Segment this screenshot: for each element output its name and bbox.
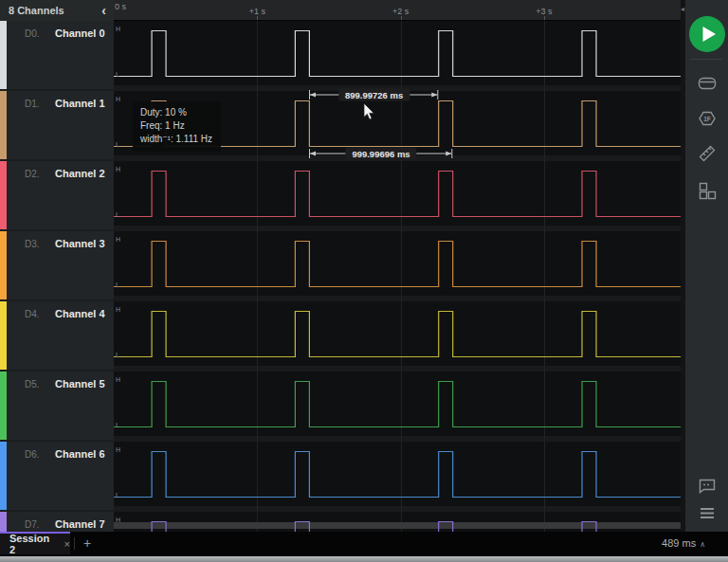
level-high-marker: H xyxy=(116,236,120,243)
timeline-tick xyxy=(544,16,545,20)
channel-id: D1. xyxy=(25,99,40,109)
timeline-tick-label: 0 s xyxy=(115,2,126,11)
level-low-marker: L xyxy=(116,71,119,78)
channel-color-stripe xyxy=(0,91,7,159)
taskbar-edge xyxy=(0,556,728,562)
right-toolbar: 1F xyxy=(685,0,728,532)
channel-id: D0. xyxy=(25,28,40,39)
tooltip-freq: Freq: 1 Hz xyxy=(140,119,212,133)
channel-waveform-0[interactable]: HL xyxy=(114,21,681,91)
channel-waveform-4[interactable]: HL xyxy=(114,301,681,372)
channels-sidebar: 8 Channels ‹ D0.Channel 0D1.Channel 1D2.… xyxy=(0,0,114,532)
channel-color-stripe xyxy=(0,161,7,229)
timeline-tick xyxy=(257,16,258,20)
digital-waveform xyxy=(114,372,681,442)
measurement-period-label: 999.99696 ms xyxy=(345,148,416,160)
channel-color-stripe xyxy=(0,442,7,510)
toolbar-divider xyxy=(691,59,722,60)
level-low-marker: L xyxy=(116,492,119,499)
digital-waveform xyxy=(114,442,681,512)
channel-name[interactable]: Channel 6 xyxy=(55,448,105,460)
session-tab[interactable]: Session 2 × xyxy=(0,532,70,554)
comments-icon[interactable] xyxy=(697,475,718,496)
level-low-marker: L xyxy=(116,422,119,428)
play-capture-button[interactable] xyxy=(689,16,725,52)
channels-count-label: 8 Channels xyxy=(0,5,101,16)
chevron-up-icon: ∧ xyxy=(700,540,705,549)
channel-name[interactable]: Channel 5 xyxy=(55,378,105,390)
close-tab-icon[interactable]: × xyxy=(64,538,70,550)
channel-row-1[interactable]: D1.Channel 1 xyxy=(0,91,114,159)
analyzers-icon[interactable]: 1F xyxy=(697,108,718,129)
channel-name[interactable]: Channel 2 xyxy=(55,168,105,179)
timeline-tick-label: +1 s xyxy=(249,7,265,16)
channel-row-5[interactable]: D5.Channel 5 xyxy=(0,372,114,440)
channel-row-3[interactable]: D3.Channel 3 xyxy=(0,231,114,299)
channel-color-stripe xyxy=(0,231,7,299)
channel-waveform-3[interactable]: HL xyxy=(114,231,681,301)
channel-color-stripe xyxy=(0,372,7,440)
channel-row-6[interactable]: D6.Channel 6 xyxy=(0,442,114,510)
level-low-marker: L xyxy=(116,352,119,358)
level-high-marker: H xyxy=(116,26,120,32)
tooltip-width-inverse: width⁻¹: 1.111 Hz xyxy=(140,133,212,146)
channel-id: D6. xyxy=(25,449,40,460)
channel-id: D2. xyxy=(25,169,40,179)
channel-name[interactable]: Channel 7 xyxy=(55,518,105,530)
device-settings-icon[interactable] xyxy=(697,73,718,94)
measurements-icon[interactable] xyxy=(697,143,718,164)
level-high-marker: H xyxy=(116,376,120,383)
level-high-marker: H xyxy=(116,96,120,102)
channel-name[interactable]: Channel 0 xyxy=(55,27,105,39)
channel-name[interactable]: Channel 3 xyxy=(55,238,105,249)
channel-row-4[interactable]: D4.Channel 4 xyxy=(0,301,114,370)
menu-icon[interactable] xyxy=(697,502,718,523)
channel-row-0[interactable]: D0.Channel 0 xyxy=(0,21,114,89)
channel-id: D5. xyxy=(25,379,40,390)
panel-collapse-arrow-icon[interactable]: ◂ xyxy=(681,6,684,13)
timeline-ruler[interactable]: 0 s+1 s+2 s+3 s xyxy=(114,0,681,21)
channel-color-stripe xyxy=(0,512,7,532)
timeline-tick xyxy=(401,16,402,20)
mouse-cursor-icon xyxy=(363,103,376,121)
level-low-marker: L xyxy=(116,281,119,288)
channel-waveform-2[interactable]: HL xyxy=(114,161,681,231)
session-tab-label: Session 2 xyxy=(0,533,58,555)
measurement-low-time-label: 899.99726 ms xyxy=(338,89,410,101)
logic-analyzer-app: 8 Channels ‹ D0.Channel 0D1.Channel 1D2.… xyxy=(0,0,728,562)
add-session-button[interactable]: + xyxy=(80,533,95,553)
capture-duration-value: 489 ms xyxy=(662,537,696,549)
waveform-area[interactable]: 0 s+1 s+2 s+3 s HLHLHLHLHLHLHLHL 899.997… xyxy=(114,0,681,532)
collapse-sidebar-icon[interactable]: ‹ xyxy=(101,4,114,17)
capture-duration-status[interactable]: 489 ms∧ xyxy=(662,537,705,549)
channel-row-2[interactable]: D2.Channel 2 xyxy=(0,161,114,229)
digital-waveform xyxy=(114,512,681,532)
level-high-marker: H xyxy=(116,446,120,453)
channel-id: D3. xyxy=(25,239,40,249)
channel-color-stripe xyxy=(0,21,7,89)
analyzer-badge: 1F xyxy=(703,116,711,122)
channel-name[interactable]: Channel 1 xyxy=(55,98,105,109)
level-high-marker: H xyxy=(116,166,120,172)
digital-waveform xyxy=(114,301,681,372)
level-high-marker: H xyxy=(116,306,120,313)
channel-id: D7. xyxy=(25,519,40,530)
level-low-marker: L xyxy=(116,141,119,148)
channel-id: D4. xyxy=(25,309,40,319)
sidebar-header: 8 Channels ‹ xyxy=(0,0,114,21)
channel-row-7[interactable]: D7.Channel 7 xyxy=(0,512,114,532)
session-tab-bar: Session 2 × + 489 ms∧ xyxy=(0,532,728,556)
channel-name[interactable]: Channel 4 xyxy=(55,308,105,319)
digital-waveform xyxy=(114,161,681,231)
channel-waveform-7[interactable]: HL xyxy=(114,512,681,532)
signal-tooltip: Duty: 10 % Freq: 1 Hz width⁻¹: 1.111 Hz xyxy=(133,101,221,152)
tab-divider xyxy=(74,537,75,550)
level-low-marker: L xyxy=(116,211,119,218)
channel-color-stripe xyxy=(0,301,7,370)
channel-waveform-6[interactable]: HL xyxy=(114,442,681,512)
timeline-tick-label: +2 s xyxy=(392,7,409,16)
level-high-marker: H xyxy=(116,517,120,523)
channel-waveform-5[interactable]: HL xyxy=(114,372,681,442)
extensions-icon[interactable] xyxy=(697,180,718,201)
digital-waveform xyxy=(114,231,681,301)
